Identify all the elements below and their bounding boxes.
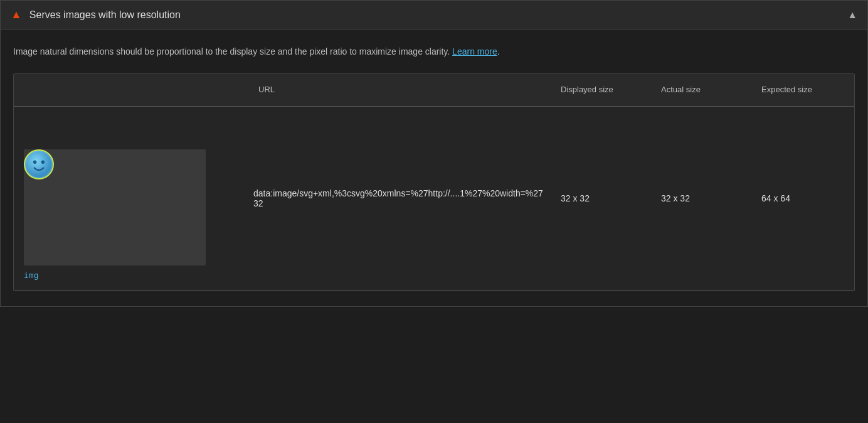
displayed-size-value: 32 x 32 (561, 193, 590, 203)
image-thumbnail (24, 149, 54, 179)
image-cell-content: img (24, 117, 206, 280)
img-label: img (24, 270, 206, 280)
description-text-after-link: . (497, 46, 500, 56)
expected-size-value: 64 x 64 (761, 193, 790, 203)
actual-size-value: 32 x 32 (661, 193, 690, 203)
table-header: URL Displayed size Actual size Expected … (14, 74, 854, 106)
panel-header: ▲ Serves images with low resolution ▲ (1, 1, 867, 29)
svg-point-1 (33, 160, 37, 164)
actual-size-cell: 32 x 32 (654, 183, 754, 213)
warning-icon: ▲ (11, 8, 22, 21)
expected-size-cell: 64 x 64 (754, 183, 854, 213)
panel-title: Serves images with low resolution (29, 9, 181, 21)
audit-panel: ▲ Serves images with low resolution ▲ Im… (0, 0, 868, 307)
header-displayed-size: Displayed size (553, 74, 654, 105)
header-actual-size: Actual size (654, 74, 754, 105)
url-text: data:image/svg+xml,%3csvg%20xmlns=%27htt… (253, 188, 543, 208)
description-text-before-link: Image natural dimensions should be propo… (13, 46, 452, 56)
svg-point-0 (26, 151, 51, 176)
collapse-button[interactable]: ▲ (847, 9, 857, 21)
displayed-size-cell: 32 x 32 (553, 183, 654, 213)
url-cell: data:image/svg+xml,%3csvg%20xmlns=%27htt… (246, 178, 553, 218)
header-url: URL (246, 74, 553, 105)
table-row: img data:image/svg+xml,%3csvg%20xmlns=%2… (14, 107, 854, 291)
header-expected-size: Expected size (754, 74, 854, 105)
learn-more-link[interactable]: Learn more (452, 46, 497, 56)
preview-container (24, 149, 206, 265)
header-empty (14, 74, 246, 105)
panel-header-left: ▲ Serves images with low resolution (11, 8, 181, 21)
panel-body: Image natural dimensions should be propo… (1, 29, 867, 306)
image-preview-cell: img (14, 107, 246, 290)
svg-point-2 (41, 160, 45, 164)
results-table: URL Displayed size Actual size Expected … (13, 73, 855, 291)
description-text: Image natural dimensions should be propo… (13, 45, 855, 58)
